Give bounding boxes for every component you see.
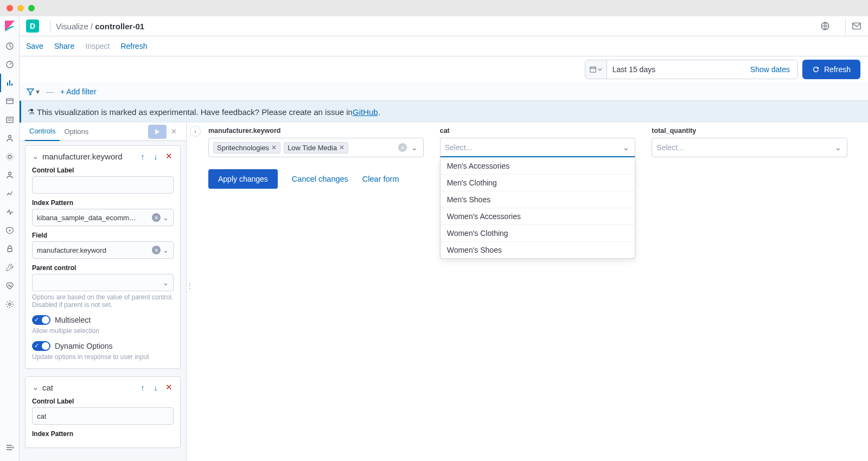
svg-point-10	[9, 303, 11, 305]
ctrl-select-quantity[interactable]: Select... ⌄	[652, 138, 847, 157]
option-mens-clothing[interactable]: Men's Clothing	[441, 175, 635, 191]
chevron-down-icon[interactable]: ⌄	[622, 143, 630, 152]
banner-github-link[interactable]: GitHub	[353, 107, 378, 117]
parent-help-text: Options are based on the value of parent…	[32, 293, 174, 309]
nav-logs[interactable]	[0, 166, 20, 184]
nav-security[interactable]	[0, 240, 20, 258]
pill-1[interactable]: Spritechnologies✕	[213, 142, 280, 153]
parent-combo[interactable]: ⌄	[32, 274, 174, 291]
nav-management[interactable]	[0, 295, 20, 313]
tab-controls[interactable]: Controls	[25, 123, 60, 141]
experimental-banner: ⚗ This visualization is marked as experi…	[20, 101, 868, 123]
mail-icon[interactable]	[845, 18, 861, 34]
editor-panel: Controls Options ✕ ⌄ manufacturer.keywor…	[20, 123, 187, 461]
chevron-down-icon[interactable]: ⌄	[163, 246, 169, 254]
date-range-text[interactable]: Last 15 days	[607, 60, 743, 79]
calendar-icon[interactable]	[585, 60, 607, 79]
cancel-changes-button[interactable]: Cancel changes	[292, 175, 348, 183]
breadcrumb-section[interactable]: Visualize	[56, 22, 88, 31]
ctrl-select-cat[interactable]: Select... ⌄ Men's Accessories Men's Clot…	[440, 138, 636, 157]
inspect-button: Inspect	[85, 42, 110, 50]
vis-toolbar: Save Share Inspect Refresh	[20, 36, 868, 56]
chevron-down-icon[interactable]: ⌄	[163, 214, 169, 222]
label-index-pattern: Index Pattern	[32, 199, 174, 207]
move-down-icon[interactable]: ↓	[151, 382, 161, 392]
option-mens-shoes[interactable]: Men's Shoes	[441, 191, 635, 208]
space-selector[interactable]: D	[26, 20, 39, 33]
ctrl-label-quantity: total_quantity	[652, 127, 847, 135]
control-label-input[interactable]	[32, 176, 174, 194]
tab-options[interactable]: Options	[60, 123, 93, 141]
divider	[50, 20, 50, 33]
ctrl-placeholder: Select...	[445, 143, 473, 152]
ctrl-select-manufacturer[interactable]: Spritechnologies✕ Low Tide Media✕ ✕ ⌄	[208, 138, 424, 157]
field-combo[interactable]: manufacturer.keyword ✕ ⌄	[32, 241, 174, 259]
index-pattern-combo[interactable]: kibana_sample_data_ecomm… ✕ ⌄	[32, 209, 174, 226]
nav-maps[interactable]	[0, 111, 20, 129]
option-womens-shoes[interactable]: Women's Shoes	[441, 242, 635, 258]
option-womens-accessories[interactable]: Women's Accessories	[441, 208, 635, 225]
nav-canvas[interactable]	[0, 92, 20, 111]
chevron-down-icon[interactable]: ⌄	[32, 151, 39, 161]
date-picker[interactable]: Last 15 days Show dates	[585, 60, 798, 79]
share-button[interactable]: Share	[54, 42, 74, 50]
refresh-button[interactable]: Refresh	[802, 60, 860, 79]
nav-collapse[interactable]	[0, 438, 20, 457]
chevron-down-icon[interactable]: ⌄	[834, 143, 843, 152]
mac-close-icon[interactable]	[7, 5, 13, 11]
move-down-icon[interactable]: ↓	[151, 151, 161, 161]
move-up-icon[interactable]: ↑	[138, 151, 148, 161]
remove-icon[interactable]: ✕	[164, 382, 174, 392]
save-button[interactable]: Save	[26, 42, 43, 50]
remove-pill-icon[interactable]: ✕	[271, 144, 277, 151]
card-title: cat	[42, 383, 135, 392]
mac-zoom-icon[interactable]	[28, 5, 35, 11]
clear-icon[interactable]: ✕	[152, 246, 161, 254]
remove-pill-icon[interactable]: ✕	[339, 144, 344, 151]
refresh-link[interactable]: Refresh	[120, 42, 147, 50]
clear-icon[interactable]: ✕	[152, 213, 161, 222]
nav-monitoring[interactable]	[0, 277, 20, 295]
nav-siem[interactable]	[0, 221, 20, 240]
dynamic-toggle[interactable]: ✓	[32, 341, 50, 351]
svg-point-8	[9, 230, 10, 232]
option-mens-accessories[interactable]: Men's Accessories	[441, 158, 635, 175]
svg-point-7	[8, 172, 11, 175]
chevron-down-icon[interactable]: ⌄	[163, 279, 169, 287]
global-nav-sidebar	[0, 16, 20, 461]
beaker-icon: ⚗	[28, 107, 35, 116]
filter-menu-icon[interactable]: ▾	[26, 87, 40, 96]
nav-devtools[interactable]	[0, 258, 20, 277]
pill-2[interactable]: Low Tide Media✕	[284, 142, 348, 153]
clear-form-button[interactable]: Clear form	[362, 175, 399, 183]
chevron-down-icon[interactable]: ⌄	[32, 382, 39, 392]
refresh-button-label: Refresh	[824, 65, 851, 74]
nav-apm[interactable]	[0, 184, 20, 203]
nav-dashboard[interactable]	[0, 55, 20, 74]
apply-changes-button[interactable]: Apply changes	[208, 169, 278, 189]
multiselect-toggle[interactable]: ✓	[32, 315, 50, 325]
option-womens-clothing[interactable]: Women's Clothing	[441, 225, 635, 242]
clear-all-icon[interactable]: ✕	[398, 143, 407, 152]
remove-icon[interactable]: ✕	[164, 151, 174, 161]
multiselect-label: Multiselect	[55, 316, 91, 324]
chevron-down-icon[interactable]: ⌄	[410, 143, 419, 152]
nav-uptime[interactable]	[0, 203, 20, 221]
label-control-label: Control Label	[32, 398, 174, 405]
apply-preview-button[interactable]	[148, 125, 167, 139]
nav-ml[interactable]	[0, 129, 20, 148]
show-dates-link[interactable]: Show dates	[743, 60, 797, 79]
nav-visualize[interactable]	[0, 74, 20, 92]
news-icon[interactable]	[817, 18, 833, 34]
label-control-label: Control Label	[32, 167, 174, 174]
nav-discover[interactable]	[0, 37, 20, 55]
resize-handle[interactable]: ⋮	[187, 282, 193, 290]
discard-button[interactable]: ✕	[167, 127, 181, 136]
kibana-logo-icon[interactable]	[3, 20, 16, 33]
control-label-input[interactable]	[32, 407, 174, 425]
nav-infra[interactable]	[0, 148, 20, 166]
move-up-icon[interactable]: ↑	[138, 382, 148, 392]
add-filter-button[interactable]: + Add filter	[60, 87, 97, 96]
filter-separator: —	[46, 87, 54, 96]
mac-minimize-icon[interactable]	[17, 5, 24, 11]
